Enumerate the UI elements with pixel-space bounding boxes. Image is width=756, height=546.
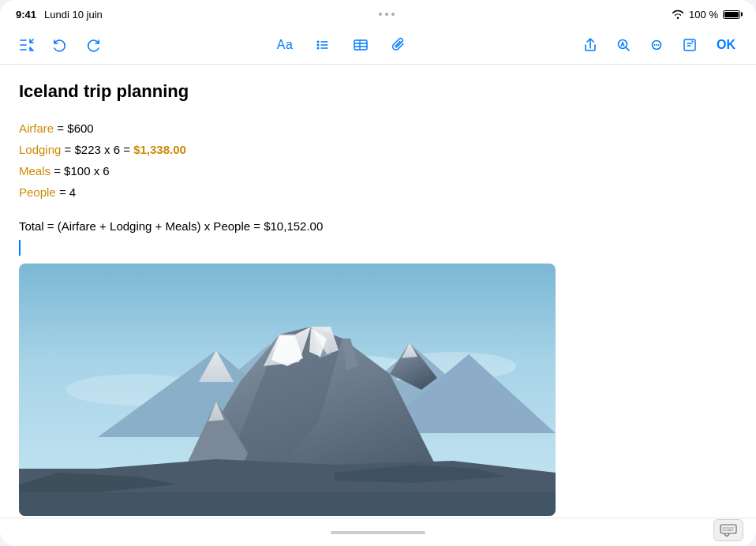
meals-eq: = $100 x 6 [54,164,109,178]
list-icon [315,38,331,52]
lodging-line: Lodging = $223 x 6 = $1,338.00 [19,139,737,160]
find-icon [616,37,631,53]
people-eq: = 4 [59,185,76,199]
airfare-line: Airfare = $600 [19,118,737,139]
svg-point-1 [317,43,320,46]
svg-point-6 [654,44,656,46]
lodging-result: $1,338.00 [133,143,186,156]
attach-icon [391,37,406,53]
toolbar-center: Aa [110,34,573,56]
meals-var: Meals [19,164,51,178]
wifi-icon [672,9,684,19]
redo-button[interactable] [82,35,104,55]
airfare-eq: = $600 [57,122,93,135]
content-area: Iceland trip planning Airfare = $600 Lod… [0,65,756,518]
status-bar: 9:41 Lundi 10 juin 100 % [0,0,756,25]
text-format-button[interactable]: Aa [274,35,297,55]
people-var: People [19,185,56,199]
dot2 [385,13,388,16]
cursor-line [19,240,737,256]
battery-label: 100 % [689,9,718,21]
date: Lundi 10 juin [44,9,103,21]
toolbar-right: OK [579,34,740,56]
table-icon [353,38,369,52]
dot1 [379,13,382,16]
meals-line: Meals = $100 x 6 [19,160,737,181]
collapse-button[interactable] [16,35,38,55]
lodging-var: Lodging [19,143,61,156]
total-formula: Total = (Airfare + Lodging + Meals) x Pe… [19,219,260,233]
note-lines: Airfare = $600 Lodging = $223 x 6 = $1,3… [19,118,737,203]
list-button[interactable] [312,35,334,55]
people-line: People = 4 [19,181,737,203]
svg-point-7 [656,44,657,46]
status-right: 100 % [672,9,740,21]
svg-rect-38 [720,525,736,533]
share-icon [582,37,598,53]
time: 9:41 [16,9,36,21]
undo-icon [52,38,68,52]
ipad-frame: 9:41 Lundi 10 juin 100 % [0,0,756,546]
bottom-bar [0,518,756,546]
status-left: 9:41 Lundi 10 juin [16,9,103,21]
note-title: Iceland trip planning [19,80,737,103]
attach-button[interactable] [387,34,410,56]
total-line: Total = (Airfare + Lodging + Meals) x Pe… [19,215,737,237]
aa-label: Aa [277,38,294,52]
toolbar-left [16,35,104,55]
more-icon [649,37,664,53]
dot3 [391,13,395,16]
edit-button[interactable] [679,34,701,56]
svg-point-2 [317,47,320,49]
home-indicator [331,531,425,534]
redo-icon [85,38,101,52]
svg-point-8 [658,44,660,46]
more-button[interactable] [646,34,668,56]
text-cursor [19,240,21,256]
status-center [379,13,395,16]
collapse-icon [19,38,35,52]
svg-rect-35 [19,492,556,516]
share-button[interactable] [579,34,601,56]
ok-button[interactable]: OK [712,35,740,55]
mountain-image [19,264,556,516]
total-result: $10,152.00 [264,219,323,233]
find-button[interactable] [612,34,634,56]
airfare-var: Airfare [19,122,54,135]
keyboard-icon [720,524,737,537]
toolbar: Aa [0,25,756,65]
svg-rect-3 [354,40,367,50]
edit-icon [682,37,698,53]
lodging-eq: = $223 x 6 = [65,143,130,156]
undo-button[interactable] [49,35,71,55]
battery-icon [723,10,740,19]
svg-point-0 [317,40,320,43]
table-button[interactable] [350,35,372,55]
keyboard-toggle-button[interactable] [713,519,743,541]
svg-rect-9 [684,39,695,50]
